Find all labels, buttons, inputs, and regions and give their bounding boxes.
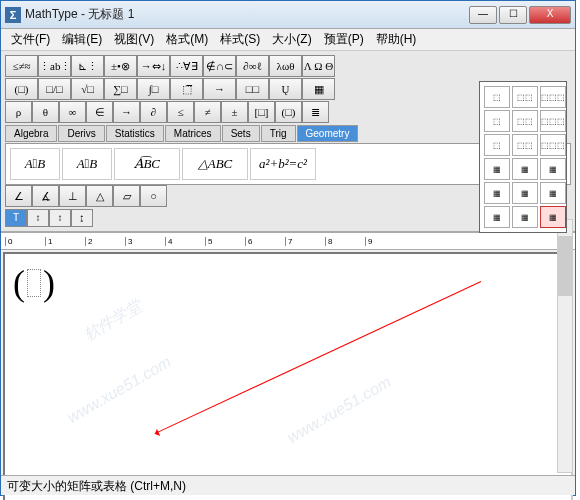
palette-arrow-over[interactable]: → bbox=[203, 78, 236, 100]
close-button[interactable]: X bbox=[529, 6, 571, 24]
palette-spaces[interactable]: ⋮ab⋮ bbox=[38, 55, 71, 77]
matrix-3x1[interactable]: ⬚ bbox=[484, 134, 510, 156]
tool-size3[interactable]: ↨ bbox=[71, 209, 93, 227]
tab-algebra[interactable]: Algebra bbox=[5, 125, 57, 142]
matrix-t3[interactable]: ▦ bbox=[540, 182, 566, 204]
tool-size1[interactable]: ↕ bbox=[27, 209, 49, 227]
scrollbar-thumb[interactable] bbox=[558, 236, 572, 296]
matrix-1x3[interactable]: ⬚⬚⬚ bbox=[540, 86, 566, 108]
matrix-v2[interactable]: ▦ bbox=[512, 206, 538, 228]
geom-triangle[interactable]: △ bbox=[86, 185, 113, 207]
geom-circle[interactable]: ○ bbox=[140, 185, 167, 207]
sym-rho[interactable]: ρ bbox=[5, 101, 32, 123]
maximize-button[interactable]: ☐ bbox=[499, 6, 527, 24]
ruler-mark: 2 bbox=[85, 237, 125, 246]
app-window: Σ MathType - 无标题 1 — ☐ X 文件(F) 编辑(E) 视图(… bbox=[0, 0, 576, 496]
tool-text[interactable]: T bbox=[5, 209, 27, 227]
tab-sets[interactable]: Sets bbox=[222, 125, 260, 142]
menu-style[interactable]: 样式(S) bbox=[214, 29, 266, 50]
palette-logic[interactable]: ∴∀∃ bbox=[170, 55, 203, 77]
matrix-t2[interactable]: ▦ bbox=[512, 182, 538, 204]
minimize-button[interactable]: — bbox=[469, 6, 497, 24]
titlebar: Σ MathType - 无标题 1 — ☐ X bbox=[1, 1, 575, 29]
tab-trig[interactable]: Trig bbox=[261, 125, 296, 142]
matrix-dots1[interactable]: ▦ bbox=[484, 158, 510, 180]
sym-bars[interactable]: ≣ bbox=[302, 101, 329, 123]
matrix-dropdown: ⬚ ⬚⬚ ⬚⬚⬚ ⬚ ⬚⬚ ⬚⬚⬚ ⬚ ⬚⬚ ⬚⬚⬚ ▦ ▦ ▦ ▦ ▦ ▦ ▦… bbox=[479, 81, 567, 233]
palette-greek-lower[interactable]: λωθ bbox=[269, 55, 302, 77]
palette-greek-upper[interactable]: Λ Ω Θ bbox=[302, 55, 335, 77]
sym-theta[interactable]: θ bbox=[32, 101, 59, 123]
palette-arrows[interactable]: →⇔↓ bbox=[137, 55, 170, 77]
window-buttons: — ☐ X bbox=[469, 6, 571, 24]
matrix-1x2[interactable]: ⬚⬚ bbox=[512, 86, 538, 108]
sym-pm[interactable]: ± bbox=[221, 101, 248, 123]
equation-editor[interactable]: ( ) bbox=[3, 252, 573, 500]
matrix-dots2[interactable]: ▦ bbox=[512, 158, 538, 180]
menu-view[interactable]: 视图(V) bbox=[108, 29, 160, 50]
left-paren: ( bbox=[13, 262, 25, 304]
sym-bracket[interactable]: [□] bbox=[248, 101, 275, 123]
palette-fraction[interactable]: □/□ bbox=[38, 78, 71, 100]
palette-misc[interactable]: ∂∞ℓ bbox=[236, 55, 269, 77]
menu-format[interactable]: 格式(M) bbox=[160, 29, 214, 50]
palette-radical[interactable]: √□ bbox=[71, 78, 104, 100]
sym-paren[interactable]: (□) bbox=[275, 101, 302, 123]
equation-content: ( ) bbox=[13, 262, 563, 304]
sym-arrow[interactable]: → bbox=[113, 101, 140, 123]
tab-statistics[interactable]: Statistics bbox=[106, 125, 164, 142]
ruler-mark: 7 bbox=[285, 237, 325, 246]
sym-leq[interactable]: ≤ bbox=[167, 101, 194, 123]
tab-matrices[interactable]: Matrices bbox=[165, 125, 221, 142]
matrix-2x3[interactable]: ⬚⬚⬚ bbox=[540, 110, 566, 132]
cursor-slot[interactable] bbox=[27, 269, 41, 297]
palette-relations[interactable]: ≤≠≈ bbox=[5, 55, 38, 77]
palette-product[interactable]: □□ bbox=[236, 78, 269, 100]
menubar: 文件(F) 编辑(E) 视图(V) 格式(M) 样式(S) 大小(Z) 预置(P… bbox=[1, 29, 575, 51]
matrix-2x2[interactable]: ⬚⬚ bbox=[512, 110, 538, 132]
palette-embellish[interactable]: ⊾⋮ bbox=[71, 55, 104, 77]
statusbar: 可变大小的矩阵或表格 (Ctrl+M,N) bbox=[1, 475, 575, 495]
tab-geometry[interactable]: Geometry bbox=[297, 125, 359, 142]
matrix-variable[interactable]: ▦ bbox=[540, 206, 566, 228]
geom-measured-angle[interactable]: ∡ bbox=[32, 185, 59, 207]
matrix-t1[interactable]: ▦ bbox=[484, 182, 510, 204]
palette-set[interactable]: ∉∩⊂ bbox=[203, 55, 236, 77]
tmpl-arc-abc[interactable]: A͡BC bbox=[114, 148, 180, 180]
sym-partial[interactable]: ∂ bbox=[140, 101, 167, 123]
tmpl-segment-ab[interactable]: A͞B bbox=[10, 148, 60, 180]
menu-preset[interactable]: 预置(P) bbox=[318, 29, 370, 50]
palette-operators[interactable]: ±•⊗ bbox=[104, 55, 137, 77]
vertical-scrollbar[interactable] bbox=[557, 219, 573, 473]
matrix-3x2[interactable]: ⬚⬚ bbox=[512, 134, 538, 156]
ruler-mark: 6 bbox=[245, 237, 285, 246]
geom-perp[interactable]: ⊥ bbox=[59, 185, 86, 207]
palette-matrix[interactable]: ▦ bbox=[302, 78, 335, 100]
menu-edit[interactable]: 编辑(E) bbox=[56, 29, 108, 50]
palette-fence[interactable]: (□) bbox=[5, 78, 38, 100]
matrix-dots3[interactable]: ▦ bbox=[540, 158, 566, 180]
palette-hat[interactable]: Ų bbox=[269, 78, 302, 100]
tool-size2[interactable]: ↕ bbox=[49, 209, 71, 227]
ruler-mark: 3 bbox=[125, 237, 165, 246]
matrix-1x1[interactable]: ⬚ bbox=[484, 86, 510, 108]
matrix-2x1[interactable]: ⬚ bbox=[484, 110, 510, 132]
matrix-3x3[interactable]: ⬚⬚⬚ bbox=[540, 134, 566, 156]
tmpl-triangle-abc[interactable]: △ABC bbox=[182, 148, 248, 180]
geom-angle[interactable]: ∠ bbox=[5, 185, 32, 207]
palette-sum[interactable]: ∑□ bbox=[104, 78, 137, 100]
geom-parallelogram[interactable]: ▱ bbox=[113, 185, 140, 207]
matrix-v1[interactable]: ▦ bbox=[484, 206, 510, 228]
menu-help[interactable]: 帮助(H) bbox=[370, 29, 423, 50]
tmpl-vector-ab[interactable]: A͞B bbox=[62, 148, 112, 180]
tab-derivs[interactable]: Derivs bbox=[58, 125, 104, 142]
palette-integral[interactable]: ∫□ bbox=[137, 78, 170, 100]
palette-bar[interactable]: ⬚̅ bbox=[170, 78, 203, 100]
sym-infinity[interactable]: ∞ bbox=[59, 101, 86, 123]
ruler-mark: 0 bbox=[5, 237, 45, 246]
menu-file[interactable]: 文件(F) bbox=[5, 29, 56, 50]
sym-in[interactable]: ∈ bbox=[86, 101, 113, 123]
tmpl-pythagoras[interactable]: a²+b²=c² bbox=[250, 148, 316, 180]
sym-neq[interactable]: ≠ bbox=[194, 101, 221, 123]
menu-size[interactable]: 大小(Z) bbox=[266, 29, 317, 50]
